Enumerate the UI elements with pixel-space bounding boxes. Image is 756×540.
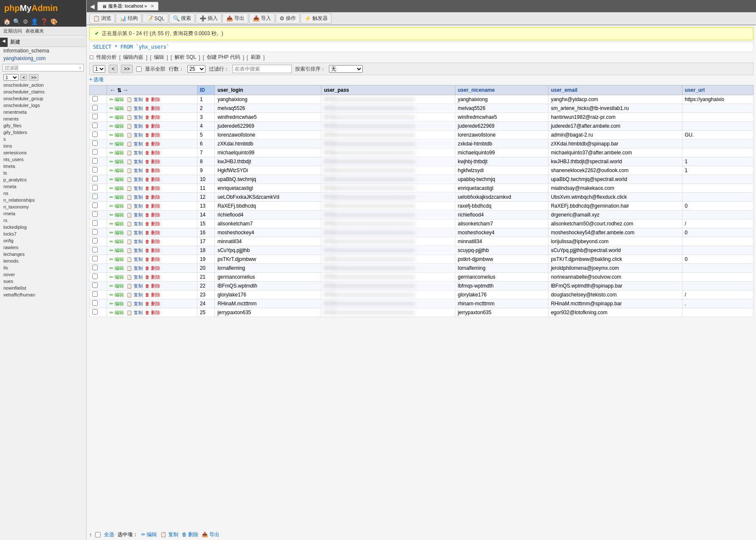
filter-input[interactable] [233,65,292,73]
row-delete-link[interactable]: 🗑 删除 [145,115,160,120]
row-edit-link[interactable]: ✏ 编辑 [110,123,124,129]
row-checkbox[interactable] [92,140,98,146]
row-copy-link[interactable]: 📋 复制 [126,221,143,226]
row-delete-link[interactable]: 🗑 删除 [145,301,160,306]
sidebar-table-item[interactable]: nmeta [0,183,86,190]
row-delete-link[interactable]: 🗑 删除 [145,195,160,200]
row-edit-link[interactable]: ✏ 编辑 [110,186,124,191]
row-checkbox[interactable] [92,274,98,279]
row-delete-link[interactable]: 🗑 删除 [145,132,160,137]
sql-query-link[interactable]: SELECT * FROM `yhx_users` [93,44,170,50]
row-checkbox[interactable] [92,203,98,208]
edit-link[interactable]: 编辑 [154,54,164,61]
select-all-checkbox[interactable] [95,532,101,537]
row-copy-link[interactable]: 📋 复制 [126,106,143,111]
bottom-arrow-left[interactable]: ↑ [89,532,92,538]
sidebar-table-item[interactable]: n_taxonomy [0,203,86,210]
sidebar-table-item[interactable]: p_analytics [0,176,86,183]
toolbar-search-btn[interactable]: 🔍 搜索 [169,13,195,24]
create-php-link[interactable]: 创建 PHP 代码 [207,54,240,61]
row-edit-link[interactable]: ✏ 编辑 [110,274,124,280]
sidebar-table-item[interactable]: locks7 [0,230,86,237]
rows-select[interactable]: 25 50 100 [187,65,205,73]
row-delete-link[interactable]: 🗑 删除 [145,248,160,253]
select-all-link[interactable]: 全选 [104,531,114,538]
new-db-link[interactable]: 新建 [10,39,20,45]
analyze-sql-link[interactable]: 解析 SQL [175,54,196,61]
sidebar-table-item[interactable]: sues [0,278,86,285]
sidebar-table-item[interactable]: nts_users [0,156,86,163]
row-copy-link[interactable]: 📋 复制 [126,248,143,253]
col-email-header[interactable]: user_email [548,85,682,95]
row-edit-link[interactable]: ✏ 编辑 [110,248,124,253]
row-copy-link[interactable]: 📋 复制 [126,97,143,102]
sidebar-prev-btn[interactable]: < [20,74,27,81]
row-copy-link[interactable]: 📋 复制 [126,274,143,280]
sidebar-table-item[interactable]: gify_files [0,122,86,129]
sidebar-table-item[interactable]: onscheduler_action [0,82,86,88]
row-edit-link[interactable]: ✏ 编辑 [110,221,124,226]
help-icon[interactable]: ❓ [41,18,48,25]
sidebar-table-item[interactable]: ions [0,143,86,149]
topbar-tab-server[interactable]: 🖥 服务器: localhost » ✕ [97,2,159,11]
col-url-sort-link[interactable]: user_url [685,87,705,93]
prev-page-btn[interactable]: < [109,65,118,73]
row-delete-link[interactable]: 🗑 删除 [145,177,160,182]
col-right-arrow[interactable]: → [123,87,129,93]
next-page-btn[interactable]: >> [121,65,133,73]
recent-link[interactable]: 近期访问 [3,28,22,34]
row-checkbox[interactable] [92,256,98,261]
sidebar-page-select[interactable]: 1 [3,74,19,81]
row-copy-link[interactable]: 📋 复制 [126,141,143,146]
sidebar-table-item[interactable]: gify_folders [0,129,86,136]
bottom-edit-link[interactable]: ✏ 编辑 [141,531,157,538]
row-copy-link[interactable]: 📋 复制 [126,301,143,306]
row-checkbox[interactable] [92,176,98,181]
row-delete-link[interactable]: 🗑 删除 [145,168,160,173]
row-delete-link[interactable]: 🗑 删除 [145,310,160,315]
row-copy-link[interactable]: 📋 复制 [126,230,143,235]
sidebar-table-item[interactable]: ns [0,190,86,197]
sidebar-table-item[interactable]: lemods [0,258,86,264]
row-checkbox[interactable] [92,123,98,128]
db-yanghaixiong-com[interactable]: yanghaixiong_com [0,55,86,62]
col-id-sort-link[interactable]: ID [200,87,205,93]
sidebar-table-item[interactable]: rawlers [0,244,86,251]
row-copy-link[interactable]: 📋 复制 [126,292,143,297]
user-icon[interactable]: 👤 [31,18,38,25]
row-checkbox[interactable] [92,114,98,119]
sidebar-table-item[interactable]: onscheduler_group [0,95,86,102]
row-delete-link[interactable]: 🗑 删除 [145,274,160,280]
row-edit-link[interactable]: ✏ 编辑 [110,292,124,297]
filter-clear-icon[interactable]: × [79,65,82,70]
toolbar-insert-btn[interactable]: ➕ 插入 [196,13,222,24]
row-checkbox[interactable] [92,185,98,190]
sidebar-table-item[interactable]: nments [0,115,86,122]
sidebar-table-item[interactable]: s [0,136,86,143]
row-edit-link[interactable]: ✏ 编辑 [110,310,124,315]
row-copy-link[interactable]: 📋 复制 [126,283,143,288]
row-edit-link[interactable]: ✏ 编辑 [110,159,124,164]
row-copy-link[interactable]: 📋 复制 [126,310,143,315]
row-edit-link[interactable]: ✏ 编辑 [110,257,124,262]
topbar-tab-close[interactable]: ✕ [151,4,154,8]
toolbar-triggers-btn[interactable]: ⚡ 触发器 [301,13,331,24]
row-delete-link[interactable]: 🗑 删除 [145,106,160,111]
sidebar-table-item[interactable]: nownfilelist [0,285,86,291]
row-copy-link[interactable]: 📋 复制 [126,212,143,217]
toolbar-import-btn[interactable]: 📥 导入 [249,13,275,24]
row-delete-link[interactable]: 🗑 删除 [145,212,160,217]
row-copy-link[interactable]: 📋 复制 [126,266,143,271]
col-id-header[interactable]: ID [197,85,215,95]
row-checkbox[interactable] [92,309,98,315]
row-edit-link[interactable]: ✏ 编辑 [110,230,124,235]
toolbar-structure-btn[interactable]: 📊 结构 [116,13,142,24]
row-delete-link[interactable]: 🗑 删除 [145,292,160,297]
row-edit-link[interactable]: ✏ 编辑 [110,141,124,146]
sidebar-table-item[interactable]: lockediplog [0,224,86,230]
row-copy-link[interactable]: 📋 复制 [126,115,143,120]
favorites-link[interactable]: 表收藏夹 [25,28,44,34]
row-edit-link[interactable]: ✏ 编辑 [110,283,124,288]
row-checkbox[interactable] [92,291,98,297]
row-copy-link[interactable]: 📋 复制 [126,186,143,191]
